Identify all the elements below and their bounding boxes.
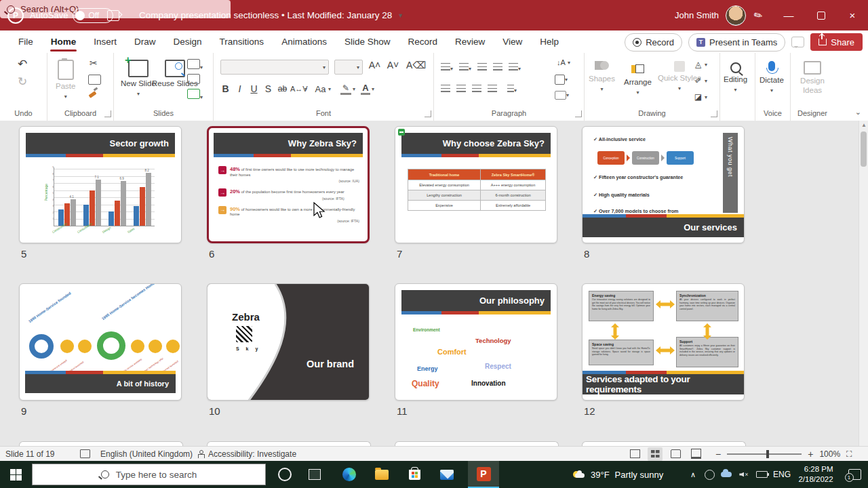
align-right-button[interactable] xyxy=(472,83,481,95)
slide-8-card[interactable]: What you get All-inclusive service Conce… xyxy=(582,126,745,260)
columns-button[interactable]: ▾ xyxy=(507,83,517,95)
tab-slide-show[interactable]: Slide Show xyxy=(336,30,399,53)
slide-sorter-view-button[interactable] xyxy=(648,447,663,461)
slide-7-thumbnail[interactable]: Why choose Zebra Sky? Traditional homeZe… xyxy=(395,126,557,243)
slide-9-thumbnail[interactable]: 1990 Home-Service founded 1995 Home-Serv… xyxy=(19,283,182,401)
slide-5-card[interactable]: Sector growth Percentage 1234567894.1Con… xyxy=(19,126,182,260)
normal-view-button[interactable] xyxy=(627,447,642,461)
arrange-button[interactable]: Arrange▾ xyxy=(624,61,652,96)
justify-button[interactable] xyxy=(488,83,497,95)
fit-to-window-button[interactable]: ⛶ xyxy=(846,449,852,459)
comments-button[interactable] xyxy=(791,37,804,47)
avatar[interactable] xyxy=(726,5,746,26)
slide-5-thumbnail[interactable]: Sector growth Percentage 1234567894.1Con… xyxy=(19,126,182,243)
close-button[interactable]: × xyxy=(837,0,868,30)
align-text-button[interactable]: ▾ xyxy=(555,75,568,85)
slide-13-thumbnail-partial[interactable] xyxy=(19,441,183,446)
slide-layout-button[interactable]: ▾ xyxy=(187,59,203,72)
collapse-ribbon-button[interactable]: ⌄ xyxy=(855,108,861,117)
paragraph-dialog-launcher[interactable] xyxy=(575,110,582,117)
store-button[interactable] xyxy=(399,461,430,488)
dictate-button[interactable]: Dictate▾ xyxy=(760,61,784,94)
align-left-button[interactable] xyxy=(441,83,450,95)
shape-fill-button[interactable]: ◬▾ xyxy=(692,60,707,69)
shrink-font-button[interactable]: A˅ xyxy=(387,60,399,70)
font-size-combo[interactable]: ▾ xyxy=(334,60,363,75)
zoom-level[interactable]: 100% xyxy=(819,449,840,459)
increase-indent-button[interactable] xyxy=(493,61,502,73)
tray-expand-button[interactable]: ∧ xyxy=(685,461,701,488)
powerpoint-taskbar-button[interactable]: P xyxy=(468,461,499,488)
volume-button[interactable]: × xyxy=(735,461,753,488)
section-button[interactable]: ▾ xyxy=(187,89,203,102)
cortana-button[interactable] xyxy=(270,461,300,488)
font-dialog-launcher[interactable] xyxy=(425,110,431,117)
font-name-combo[interactable]: ▾ xyxy=(220,60,329,75)
tab-draw[interactable]: Draw xyxy=(125,30,165,53)
tab-help[interactable]: Help xyxy=(531,30,568,53)
slide-counter[interactable]: Slide 11 of 19 xyxy=(5,447,55,461)
task-view-button[interactable] xyxy=(300,461,330,488)
paste-button[interactable]: Paste▾ xyxy=(56,60,75,100)
tab-insert[interactable]: Insert xyxy=(85,30,125,53)
reset-slide-button[interactable] xyxy=(187,74,200,87)
shape-outline-button[interactable]: ✐▾ xyxy=(692,76,707,85)
account-control[interactable]: John Smith xyxy=(675,0,746,30)
numbering-button[interactable]: ▾ xyxy=(459,61,471,73)
character-spacing-button[interactable]: A↔V xyxy=(290,85,303,93)
slide-6-thumbnail[interactable]: Why Zebra Sky? → 48% of first time owner… xyxy=(207,126,370,243)
clipboard-dialog-launcher[interactable] xyxy=(104,110,111,117)
slide-7-card[interactable]: Why choose Zebra Sky? Traditional homeZe… xyxy=(395,126,557,260)
editing-button[interactable]: Editing▾ xyxy=(724,62,747,93)
meet-now-button[interactable] xyxy=(701,461,717,488)
restore-button[interactable] xyxy=(806,0,837,30)
zoom-in-button[interactable]: + xyxy=(808,449,813,460)
tab-review[interactable]: Review xyxy=(446,30,494,53)
new-slide-button[interactable]: New Slide▾ xyxy=(121,60,156,97)
edge-button[interactable] xyxy=(334,461,365,488)
slide-6-card[interactable]: Why Zebra Sky? → 48% of first time owner… xyxy=(207,126,370,260)
coming-soon-icon[interactable]: ✎ xyxy=(745,0,772,30)
notification-center-button[interactable]: 1 xyxy=(841,461,868,488)
tab-transitions[interactable]: Transitions xyxy=(211,30,273,53)
present-in-teams-button[interactable]: TPresent in Teams xyxy=(688,33,785,52)
zoom-out-button[interactable]: − xyxy=(715,449,721,460)
share-button[interactable]: Share xyxy=(810,33,863,51)
accessibility-button[interactable]: Accessibility: Investigate xyxy=(197,447,296,461)
decrease-indent-button[interactable] xyxy=(477,61,487,73)
taskbar-search[interactable]: Type here to search xyxy=(32,464,266,485)
grow-font-button[interactable]: A˄ xyxy=(368,60,381,70)
slide-12-thumbnail[interactable]: Energy savingOur innovative energy savin… xyxy=(582,283,745,401)
italic-button[interactable]: I xyxy=(233,83,246,94)
bold-button[interactable]: B xyxy=(219,83,232,94)
slide-8-thumbnail[interactable]: What you get All-inclusive service Conce… xyxy=(582,126,745,243)
autosave-control[interactable]: AutoSave Off xyxy=(30,0,113,30)
slide-16-thumbnail-partial[interactable] xyxy=(582,441,746,446)
start-button[interactable] xyxy=(0,461,31,488)
scrollbar-thumb[interactable] xyxy=(861,131,867,167)
display-settings-button[interactable] xyxy=(80,447,90,461)
slide-14-thumbnail-partial[interactable] xyxy=(207,441,371,446)
align-center-button[interactable] xyxy=(456,83,466,95)
line-spacing-button[interactable]: ▾ xyxy=(509,61,521,73)
minimize-button[interactable]: — xyxy=(773,0,804,30)
tab-design[interactable]: Design xyxy=(165,30,211,53)
shapes-button[interactable]: Shapes▾ xyxy=(589,61,615,92)
drawing-dialog-launcher[interactable] xyxy=(711,110,717,117)
change-case-button[interactable]: Aa xyxy=(314,84,327,94)
vertical-scrollbar[interactable]: ▲ xyxy=(859,121,868,446)
record-button[interactable]: Record xyxy=(625,33,682,52)
zoom-slider-thumb[interactable] xyxy=(766,450,769,458)
slide-12-card[interactable]: Energy savingOur innovative energy savin… xyxy=(582,283,745,417)
underline-button[interactable]: U xyxy=(248,83,260,94)
tab-file[interactable]: File xyxy=(9,30,42,53)
zoom-slider[interactable] xyxy=(727,453,802,455)
power-button[interactable] xyxy=(753,461,770,488)
tab-record[interactable]: Record xyxy=(399,30,446,53)
scroll-up-arrow[interactable]: ▲ xyxy=(861,122,867,128)
reading-view-button[interactable] xyxy=(668,447,683,461)
file-explorer-button[interactable] xyxy=(366,461,397,488)
font-color-button[interactable]: A xyxy=(361,83,370,95)
slide-10-thumbnail[interactable]: Zebra S k y Our brand xyxy=(207,283,370,401)
language-indicator[interactable]: ENG xyxy=(770,461,793,488)
